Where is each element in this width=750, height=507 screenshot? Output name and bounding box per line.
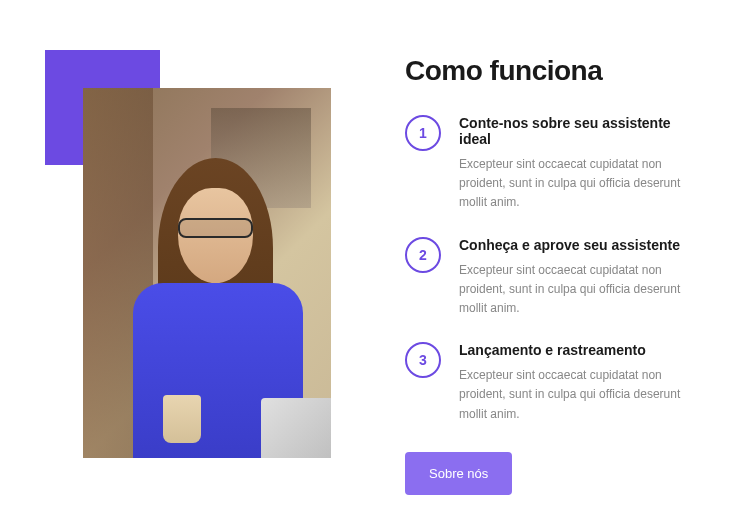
step-title: Lançamento e rastreamento bbox=[459, 342, 705, 358]
step-number-badge: 2 bbox=[405, 237, 441, 273]
step-content: Lançamento e rastreamento Excepteur sint… bbox=[459, 342, 705, 424]
step-item: 1 Conte-nos sobre seu assistente ideal E… bbox=[405, 115, 705, 213]
step-item: 3 Lançamento e rastreamento Excepteur si… bbox=[405, 342, 705, 424]
content-section: Como funciona 1 Conte-nos sobre seu assi… bbox=[330, 50, 705, 457]
step-description: Excepteur sint occaecat cupidatat non pr… bbox=[459, 155, 705, 213]
step-item: 2 Conheça e aprove seu assistente Except… bbox=[405, 237, 705, 319]
steps-list: 1 Conte-nos sobre seu assistente ideal E… bbox=[405, 115, 705, 424]
step-title: Conheça e aprove seu assistente bbox=[459, 237, 705, 253]
step-number-badge: 1 bbox=[405, 115, 441, 151]
image-section bbox=[45, 50, 330, 457]
step-content: Conheça e aprove seu assistente Excepteu… bbox=[459, 237, 705, 319]
step-description: Excepteur sint occaecat cupidatat non pr… bbox=[459, 261, 705, 319]
step-description: Excepteur sint occaecat cupidatat non pr… bbox=[459, 366, 705, 424]
step-title: Conte-nos sobre seu assistente ideal bbox=[459, 115, 705, 147]
step-content: Conte-nos sobre seu assistente ideal Exc… bbox=[459, 115, 705, 213]
photo-coffee-cup bbox=[163, 395, 201, 443]
photo-laptop bbox=[261, 398, 331, 458]
section-heading: Como funciona bbox=[405, 55, 705, 87]
hero-photo bbox=[83, 88, 331, 458]
about-us-button[interactable]: Sobre nós bbox=[405, 452, 512, 495]
step-number-badge: 3 bbox=[405, 342, 441, 378]
photo-person-glasses bbox=[178, 218, 253, 238]
